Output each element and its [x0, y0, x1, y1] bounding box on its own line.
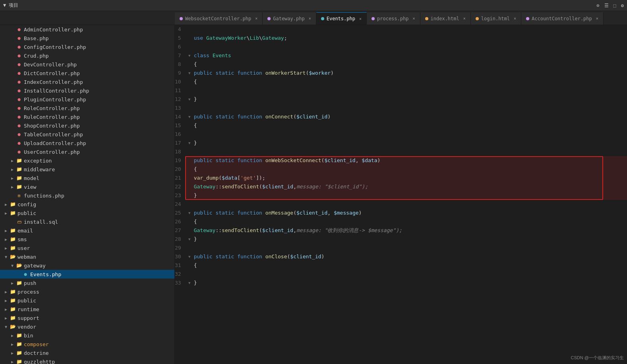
tab-account[interactable]: AccountController.php× — [521, 12, 604, 25]
line-num-28: 28 — [175, 235, 185, 244]
sidebar-item-UserController-php[interactable]: ●UserController.php — [0, 147, 174, 156]
toolbar: ▼ 项目 ⊙ ☰ ⬚ ⚙ — [0, 0, 627, 11]
sidebar-item-runtime[interactable]: ▶📁runtime — [0, 305, 174, 314]
fold-btn[interactable]: ▼ — [187, 280, 192, 286]
file-icon: 📂 — [16, 262, 22, 269]
tab-close-process[interactable]: × — [412, 16, 415, 21]
sidebar-item-support[interactable]: ▶📁support — [0, 314, 174, 322]
code-editor[interactable]: 4567891011121314151617181920212223242526… — [175, 25, 627, 364]
code-line-9: ▼ public static function onWorkerStart($… — [185, 69, 627, 77]
sidebar-item-ShopController-php[interactable]: ●ShopController.php — [0, 121, 174, 130]
sidebar-label: model — [24, 175, 39, 181]
tab-close-events[interactable]: × — [359, 17, 362, 21]
fold-btn[interactable]: ▼ — [187, 254, 192, 259]
tab-label-account: AccountController.php — [532, 16, 592, 21]
code-line-30: ▼ public static function onClose($client… — [185, 252, 627, 261]
sidebar-item-bin[interactable]: ▶📁bin — [0, 331, 174, 340]
tab-dot-index — [425, 17, 428, 20]
sidebar-item-email[interactable]: ▶📁email — [0, 226, 174, 235]
tab-login[interactable]: login.html× — [471, 12, 521, 25]
sidebar-item-middleware[interactable]: ▶📁middleware — [0, 165, 174, 174]
sidebar-item-IndexController-php[interactable]: ●IndexController.php — [0, 77, 174, 86]
tab-events[interactable]: Events.php× — [316, 12, 367, 25]
line-num-16: 16 — [175, 130, 185, 139]
sidebar-item-Crud-php[interactable]: ●Crud.php — [0, 51, 174, 60]
fold-btn[interactable]: ▼ — [187, 97, 192, 102]
sidebar-item-install-sql[interactable]: 🗃install.sql — [0, 217, 174, 226]
sidebar-item-RoleController-php[interactable]: ●RoleController.php — [0, 104, 174, 112]
toolbar-icon-settings[interactable]: ⊙ — [596, 3, 599, 8]
project-label[interactable]: ▼ 项目 — [3, 2, 18, 9]
sidebar-item-view[interactable]: ▶📁view — [0, 182, 174, 191]
sidebar-label: ShopController.php — [24, 123, 80, 129]
tab-close-account[interactable]: × — [596, 16, 598, 21]
arrow-icon — [10, 149, 15, 155]
line-num-17: 17 — [175, 139, 185, 147]
code-line-22: Gateway::sendToClient($client_id, messag… — [185, 182, 627, 191]
sidebar-item-TableController-php[interactable]: ●TableController.php — [0, 130, 174, 139]
sidebar-item-DevController-php[interactable]: ●DevController.php — [0, 60, 174, 69]
sidebar-item-functions-php[interactable]: ⊞functions.php — [0, 191, 174, 200]
sidebar-item-user[interactable]: ▶📁user — [0, 244, 174, 252]
sidebar-item-model[interactable]: ▶📁model — [0, 174, 174, 182]
sidebar-item-sms[interactable]: ▶📁sms — [0, 235, 174, 244]
sidebar-label: vendor — [17, 324, 36, 330]
tab-gateway[interactable]: Gateway.php× — [263, 12, 316, 25]
fold-btn[interactable]: ▼ — [187, 53, 192, 58]
fold-btn[interactable]: ▼ — [187, 140, 192, 146]
sidebar-item-DictController-php[interactable]: ●DictController.php — [0, 69, 174, 77]
toolbar-icon-gear[interactable]: ⚙ — [621, 3, 624, 8]
line-num-26: 26 — [175, 217, 185, 226]
fold-btn[interactable]: ▼ — [187, 236, 192, 242]
code-text: Gateway::sendToClient($client_id, — [194, 182, 296, 191]
sidebar-item-process[interactable]: ▶📁process — [0, 287, 174, 296]
tab-label-login: login.html — [481, 16, 510, 21]
fold-btn[interactable]: ▼ — [187, 210, 192, 216]
sidebar-item-doctrine[interactable]: ▶📁doctrine — [0, 349, 174, 357]
tab-close-gateway[interactable]: × — [309, 16, 311, 21]
sidebar-item-guzzlehttp[interactable]: ▶📁guzzlehttp — [0, 357, 174, 364]
tab-websocket[interactable]: WebsocketController.php× — [175, 12, 263, 25]
sidebar-item-gateway[interactable]: ▼📂gateway — [0, 261, 174, 270]
tab-process[interactable]: process.php× — [367, 12, 420, 25]
code-line-8: { — [185, 60, 627, 69]
sidebar-item-ConfigController-php[interactable]: ●ConfigController.php — [0, 43, 174, 51]
sidebar-item-Base-php[interactable]: ●Base.php — [0, 34, 174, 43]
sidebar-item-Events-php[interactable]: ●Events.php — [0, 270, 174, 279]
toolbar-icon-list[interactable]: ☰ — [604, 3, 609, 8]
sidebar-item-public[interactable]: ▶📁public — [0, 209, 174, 217]
sidebar-item-InstallController-php[interactable]: ●InstallController.php — [0, 86, 174, 95]
arrow-icon — [10, 219, 15, 225]
line-num-29: 29 — [175, 244, 185, 252]
sidebar-item-RuleController-php[interactable]: ●RuleController.php — [0, 112, 174, 121]
toolbar-icon-split[interactable]: ⬚ — [613, 3, 616, 8]
file-icon: ● — [16, 131, 22, 137]
file-icon: 📁 — [10, 297, 16, 304]
sidebar-item-webman[interactable]: ▼📂webman — [0, 252, 174, 261]
arrow-icon: ▶ — [3, 298, 9, 303]
tab-dot-login — [476, 17, 479, 20]
tab-index[interactable]: index.html× — [420, 12, 471, 25]
tab-close-login[interactable]: × — [514, 16, 516, 21]
sidebar-item-UploadController-php[interactable]: ●UploadController.php — [0, 139, 174, 147]
sidebar-item-vendor[interactable]: ▼📂vendor — [0, 322, 174, 331]
file-icon: ● — [16, 149, 22, 155]
sidebar-item-exception[interactable]: ▶📁exception — [0, 156, 174, 165]
fold-btn[interactable]: ▼ — [187, 114, 192, 120]
sidebar-item-push[interactable]: ▶📁push — [0, 279, 174, 287]
sidebar-item-public[interactable]: ▶📁public — [0, 296, 174, 305]
sidebar-item-AdminController-php[interactable]: ●AdminController.php — [0, 25, 174, 34]
tab-close-websocket[interactable]: × — [255, 16, 257, 21]
line-num-10: 10 — [175, 77, 185, 86]
sidebar-label: DevController.php — [24, 62, 77, 68]
arrow-icon: ▶ — [3, 289, 9, 294]
sidebar-item-config[interactable]: ▶📁config — [0, 200, 174, 209]
sidebar-item-PluginController-php[interactable]: ●PluginController.php — [0, 95, 174, 104]
arrow-icon: ▶ — [3, 306, 9, 312]
arrow-icon — [10, 97, 15, 102]
sidebar-item-composer[interactable]: ▶📁composer — [0, 340, 174, 349]
tab-close-index[interactable]: × — [463, 16, 466, 21]
sidebar-label: InstallController.php — [24, 88, 89, 94]
fold-btn[interactable]: ▼ — [187, 70, 192, 76]
hint-text: message: "$client_id"); — [296, 182, 368, 191]
